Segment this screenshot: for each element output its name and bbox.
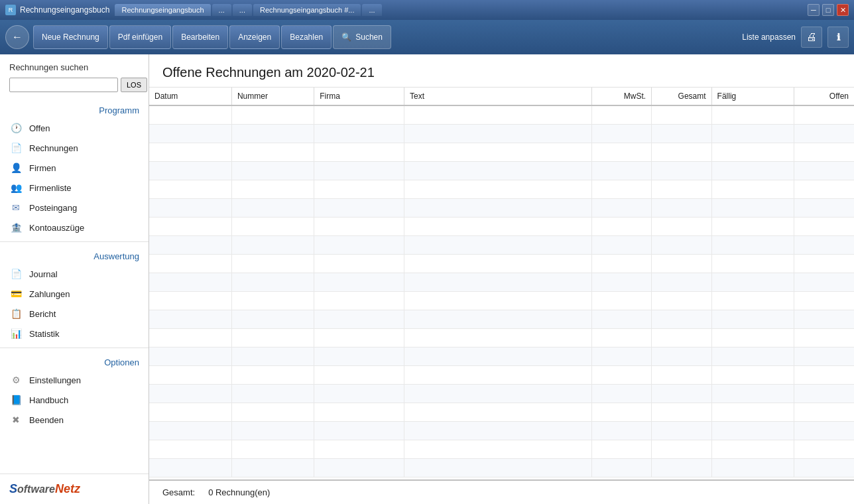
col-header-fallig[interactable]: Fällig [711,88,794,105]
sidebar-item-handbuch[interactable]: 📘 Handbuch [0,390,149,410]
book-icon: 📘 [9,393,23,407]
sidebar-item-kontoauszuge-label: Kontoauszüge [29,223,84,233]
sidebar-item-offen-label: Offen [29,123,50,133]
sidebar-item-statistik[interactable]: 📊 Statistik [0,324,149,344]
tab-5[interactable]: ... [362,4,381,16]
sidebar-item-bericht[interactable]: 📋 Bericht [0,304,149,324]
table-row[interactable] [149,180,854,198]
minimize-button[interactable]: ─ [808,4,820,16]
table-row[interactable] [149,403,854,421]
journal-icon: 📄 [9,267,23,281]
col-header-datum[interactable]: Datum [149,88,231,105]
table-row[interactable] [149,143,854,161]
sidebar-item-firmen[interactable]: 👤 Firmen [0,158,149,178]
edit-button[interactable]: Bearbeiten [172,25,228,49]
content-footer: Gesamt: 0 Rechnung(en) [149,479,854,504]
sidebar-item-zahlungen[interactable]: 💳 Zahlungen [0,284,149,304]
table-row[interactable] [149,440,854,458]
info-button[interactable]: ℹ [827,27,849,48]
col-header-nummer[interactable]: Nummer [231,88,314,105]
sidebar-item-kontoauszuge[interactable]: 🏦 Kontoauszüge [0,218,149,237]
col-header-firma[interactable]: Firma [314,88,404,105]
table-row[interactable] [149,458,854,477]
tab-3[interactable]: ... [233,4,252,16]
toolbar: ← Neue Rechnung Pdf einfügen Bearbeiten … [0,20,854,54]
content-title: Offene Rechnungen am 2020-02-21 [162,65,841,80]
info-icon: ℹ [837,32,840,42]
sidebar-item-beenden-label: Beenden [29,415,64,425]
sidebar-item-statistik-label: Statistik [29,329,60,339]
window-title: Rechnungseingangsbuch [20,5,109,15]
sidebar-item-posteingang[interactable]: ✉ Posteingang [0,198,149,218]
table-body [149,105,854,477]
content-header: Offene Rechnungen am 2020-02-21 [149,54,854,88]
maximize-button[interactable]: □ [822,4,834,16]
sidebar-item-journal[interactable]: 📄 Journal [0,264,149,284]
table-row[interactable] [149,124,854,143]
print-button[interactable]: 🖨 [801,27,822,48]
search-label: Suchen [355,32,383,42]
table-row[interactable] [149,217,854,235]
search-section: Rechnungen suchen LOS [0,54,149,100]
table-row[interactable] [149,291,854,310]
settings-icon: ⚙ [9,373,23,387]
sidebar-item-rechnungen[interactable]: 📄 Rechnungen [0,138,149,158]
table-row[interactable] [149,161,854,180]
search-label: Rechnungen suchen [9,62,139,72]
table-row[interactable] [149,105,854,124]
col-header-gesamt[interactable]: Gesamt [652,88,711,105]
search-input[interactable] [9,78,118,92]
table-row[interactable] [149,198,854,217]
view-button[interactable]: Anzeigen [229,25,280,49]
sidebar-item-beenden[interactable]: ✖ Beenden [0,410,149,430]
bank-icon: 🏦 [9,221,23,234]
title-bar-left: R Rechnungseingangsbuch [5,5,109,15]
table-row[interactable] [149,421,854,440]
table-row[interactable] [149,384,854,403]
main-layout: Rechnungen suchen LOS Programm 🕐 Offen 📄… [0,54,854,504]
logo-text: SoftwareNetz [9,482,139,496]
report-icon: 📋 [9,307,23,320]
table-row[interactable] [149,254,854,273]
new-invoice-button[interactable]: Neue Rechnung [33,25,108,49]
nav-divider-2 [0,347,149,348]
title-bar: R Rechnungseingangsbuch Rechnungseingang… [0,0,854,20]
people-icon: 👥 [9,181,23,194]
tab-2[interactable]: ... [212,4,231,16]
table-row[interactable] [149,273,854,291]
sidebar-item-handbuch-label: Handbuch [29,395,68,405]
table-row[interactable] [149,328,854,347]
app-icon: R [5,5,16,15]
table-row[interactable] [149,347,854,365]
search-toolbar-btn[interactable]: 🔍 Suchen [333,25,391,49]
list-adjust-button[interactable]: Liste anpassen [742,32,796,42]
pay-button[interactable]: Bezahlen [281,25,332,49]
toolbar-right: Liste anpassen 🖨 ℹ [742,27,849,48]
table-row[interactable] [149,365,854,384]
title-controls: ─ □ ✕ [808,4,849,16]
insert-pdf-button[interactable]: Pdf einfügen [109,25,171,49]
title-bar-tabs: Rechnungseingangsbuch ... ... Rechnungse… [115,4,802,16]
document-icon: 📄 [9,141,23,155]
programm-section-label: Programm [0,100,149,118]
sidebar-item-einstellungen[interactable]: ⚙ Einstellungen [0,370,149,390]
sidebar-item-einstellungen-label: Einstellungen [29,375,81,385]
tab-4[interactable]: Rechnungseingangsbuch #... [253,4,361,16]
sidebar-item-posteingang-label: Posteingang [29,203,77,213]
sidebar-item-offen[interactable]: 🕐 Offen [0,118,149,138]
back-button[interactable]: ← [5,25,29,49]
col-header-text[interactable]: Text [404,88,591,105]
col-header-mwst[interactable]: MwSt. [591,88,651,105]
table-row[interactable] [149,235,854,254]
sidebar-item-firmen-label: Firmen [29,163,56,173]
col-header-offen[interactable]: Offen [794,88,854,105]
tab-1[interactable]: Rechnungseingangsbuch [115,4,210,16]
sidebar-item-bericht-label: Bericht [29,309,56,319]
table-row[interactable] [149,310,854,328]
search-go-button[interactable]: LOS [121,78,147,92]
sidebar-item-firmenliste[interactable]: 👥 Firmenliste [0,178,149,198]
sidebar-item-rechnungen-label: Rechnungen [29,143,78,153]
optionen-section-label: Optionen [0,352,149,370]
table-header-row: Datum Nummer Firma Text MwSt. Gesamt Fäl… [149,88,854,105]
close-button[interactable]: ✕ [837,4,849,16]
